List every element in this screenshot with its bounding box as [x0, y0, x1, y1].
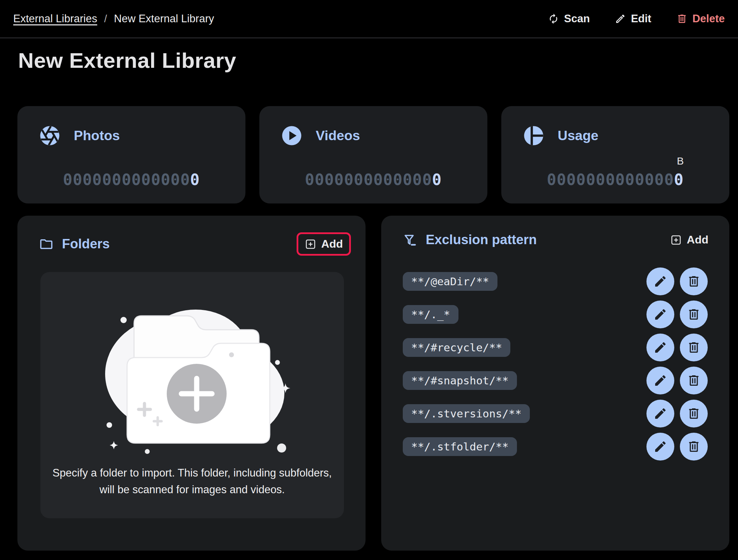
pattern-delete-button[interactable] — [680, 334, 708, 361]
plus-square-icon — [305, 238, 316, 250]
pie-chart-icon — [522, 124, 545, 147]
folders-add-label: Add — [321, 238, 343, 250]
exclusion-pattern-panel: Exclusion pattern Add **/@eaDir/** — [381, 216, 729, 551]
pattern-delete-button[interactable] — [680, 301, 708, 328]
pattern-edit-button[interactable] — [646, 267, 674, 295]
stat-value-photos: 00000000000000 — [17, 170, 245, 189]
pattern-delete-button[interactable] — [680, 400, 708, 427]
exclusion-title-label: Exclusion pattern — [426, 232, 537, 247]
stat-value: 0 — [190, 170, 200, 189]
scan-button[interactable]: Scan — [548, 13, 590, 25]
folders-add-button[interactable]: Add — [305, 238, 343, 250]
exclusion-add-button[interactable]: Add — [670, 233, 708, 246]
stat-value: 0 — [674, 170, 684, 189]
scan-label: Scan — [564, 13, 590, 25]
breadcrumb-separator: / — [104, 13, 107, 25]
delete-label: Delete — [692, 13, 725, 25]
folder-empty-illustration — [89, 289, 295, 456]
folders-panel-title: Folders — [39, 237, 110, 251]
pattern-chip: **/#recycle/** — [403, 338, 510, 357]
pattern-chip: **/#snapshot/** — [403, 371, 517, 390]
edit-label: Edit — [631, 13, 651, 25]
pattern-chip: **/@eaDir/** — [403, 272, 497, 291]
pattern-delete-button[interactable] — [680, 367, 708, 394]
header-actions: Scan Edit Delete — [548, 13, 725, 25]
delete-button[interactable]: Delete — [676, 13, 725, 25]
leading-zeros: 0000000000000 — [63, 170, 190, 189]
page-title: New External Library — [18, 48, 236, 73]
pattern-row: **/.stversions/** — [403, 404, 708, 423]
stat-label-usage: Usage — [558, 128, 598, 143]
pattern-edit-button[interactable] — [646, 433, 674, 461]
trash-icon — [676, 13, 688, 24]
stats-row: Photos 00000000000000 Videos 00000000000… — [17, 106, 729, 203]
pattern-row: **/.stfolder/** — [403, 437, 708, 456]
sync-icon — [548, 13, 559, 24]
pattern-delete-button[interactable] — [680, 267, 708, 295]
exclusion-pattern-list: **/@eaDir/** **/._* ** — [381, 272, 729, 470]
play-circle-icon — [280, 124, 303, 147]
stat-label-photos: Photos — [74, 128, 120, 143]
folder-icon — [39, 237, 54, 251]
pattern-edit-button[interactable] — [646, 400, 674, 427]
pattern-chip: **/.stversions/** — [403, 404, 530, 423]
pattern-edit-button[interactable] — [646, 367, 674, 394]
header-bar: External Libraries / New External Librar… — [0, 0, 738, 38]
leading-zeros: 0000000000000 — [305, 170, 432, 189]
edit-button[interactable]: Edit — [615, 13, 651, 25]
exclusion-add-label: Add — [687, 233, 708, 246]
folders-title-label: Folders — [62, 237, 110, 251]
pencil-icon — [615, 13, 626, 24]
breadcrumb-current: New External Library — [114, 13, 214, 25]
pattern-row: **/._* — [403, 305, 708, 324]
exclusion-panel-title: Exclusion pattern — [403, 232, 537, 247]
plus-square-icon — [670, 234, 682, 246]
pattern-edit-button[interactable] — [646, 334, 674, 361]
stat-card-photos: Photos 00000000000000 — [17, 106, 245, 203]
pattern-chip: **/.stfolder/** — [403, 437, 517, 456]
stat-value-videos: 00000000000000 — [259, 170, 487, 189]
stat-card-videos: Videos 00000000000000 — [259, 106, 487, 203]
pattern-chip: **/._* — [403, 305, 458, 324]
stat-card-usage: Usage B00000000000000 — [501, 106, 729, 203]
leading-zeros: 0000000000000 — [547, 170, 674, 189]
pattern-row: **/#snapshot/** — [403, 371, 708, 390]
folders-panel: Folders Add — [17, 216, 366, 551]
folders-empty-text: Specify a folder to import. This folder,… — [51, 465, 333, 498]
stat-value-usage: B00000000000000 — [501, 170, 729, 189]
breadcrumb-link-external-libraries[interactable]: External Libraries — [13, 13, 97, 25]
target-highlight-ring: Add — [297, 232, 351, 256]
stat-unit-b: B — [677, 155, 684, 167]
stat-value: 0 — [432, 170, 442, 189]
aperture-icon — [38, 124, 61, 147]
stat-label-videos: Videos — [316, 128, 360, 143]
pattern-row: **/@eaDir/** — [403, 272, 708, 291]
folders-empty-state: Specify a folder to import. This folder,… — [40, 272, 344, 518]
filter-minus-icon — [403, 233, 417, 247]
breadcrumb: External Libraries / New External Librar… — [13, 13, 214, 25]
pattern-row: **/#recycle/** — [403, 338, 708, 357]
pattern-delete-button[interactable] — [680, 433, 708, 461]
pattern-edit-button[interactable] — [646, 301, 674, 328]
